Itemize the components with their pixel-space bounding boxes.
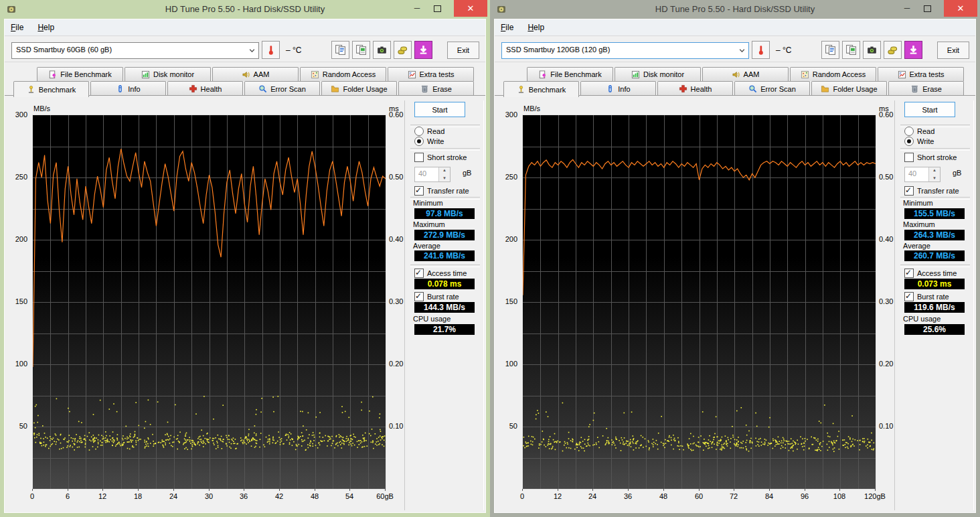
spinner-down-icon[interactable]: ▼ bbox=[929, 175, 940, 181]
spinner-arrows[interactable]: ▲ ▼ bbox=[928, 167, 940, 181]
menu-file[interactable]: File bbox=[5, 19, 29, 32]
maximize-button[interactable] bbox=[428, 3, 446, 15]
transfer-rate-checkbox[interactable] bbox=[414, 186, 424, 196]
temperature-button[interactable] bbox=[262, 41, 280, 59]
camera-icon bbox=[376, 44, 388, 56]
spinner-up-icon[interactable]: ▲ bbox=[439, 167, 450, 173]
capacity-spinner[interactable]: 40 ▲ ▼ bbox=[414, 167, 451, 182]
minimize-button[interactable]: ─ bbox=[898, 3, 916, 15]
menu-help[interactable]: Help bbox=[31, 19, 60, 32]
x-axis-tick: 42 bbox=[264, 492, 294, 500]
screenshot-button[interactable] bbox=[863, 41, 881, 59]
cpu-usage-label: CPU usage bbox=[413, 315, 451, 323]
spinner-arrows[interactable]: ▲ ▼ bbox=[438, 167, 450, 181]
tab-folder-usage[interactable]: Folder Usage bbox=[811, 81, 887, 96]
start-button[interactable]: Start bbox=[414, 102, 465, 117]
access-time-checkbox[interactable] bbox=[414, 269, 424, 278]
tab-label: Disk monitor bbox=[643, 70, 684, 78]
start-button[interactable]: Start bbox=[904, 102, 955, 117]
tab-disk-monitor[interactable]: Disk monitor bbox=[125, 67, 211, 81]
update-button[interactable] bbox=[414, 41, 432, 59]
copy-text-icon bbox=[825, 44, 836, 56]
drive-select[interactable]: SSD Smartbuy 120GB (120 gB) bbox=[501, 42, 749, 59]
spinner-down-icon[interactable]: ▼ bbox=[439, 175, 450, 181]
update-button[interactable] bbox=[904, 41, 922, 59]
screenshot-button[interactable] bbox=[373, 41, 391, 59]
spinner-up-icon[interactable]: ▲ bbox=[929, 167, 940, 173]
tab-benchmark[interactable]: Benchmark bbox=[13, 81, 89, 97]
menu-help[interactable]: Help bbox=[521, 19, 550, 32]
drive-select[interactable]: SSD Smartbuy 60GB (60 gB) bbox=[11, 42, 259, 59]
close-button[interactable]: ✕ bbox=[454, 0, 487, 17]
x-axis-tick: 36 bbox=[229, 492, 258, 500]
tab-label: Health bbox=[201, 85, 222, 93]
burst-rate-checkbox[interactable] bbox=[904, 292, 914, 301]
tab-extra-tests[interactable]: Extra tests bbox=[878, 67, 964, 81]
copy-image-button[interactable] bbox=[352, 41, 370, 59]
exit-button[interactable]: Exit bbox=[447, 42, 479, 59]
burst-rate-checkbox[interactable] bbox=[414, 292, 424, 301]
exit-button[interactable]: Exit bbox=[937, 42, 969, 59]
x-axis-tick: 24 bbox=[159, 492, 188, 500]
maximize-button[interactable] bbox=[918, 3, 936, 15]
x-axis-tick: 54 bbox=[335, 492, 364, 500]
close-button[interactable]: ✕ bbox=[944, 0, 977, 17]
read-radio[interactable] bbox=[904, 127, 914, 136]
extra-tests-icon bbox=[408, 70, 416, 79]
tab-file-benchmark[interactable]: File Benchmark bbox=[527, 67, 613, 81]
tab-health[interactable]: Health bbox=[657, 81, 733, 96]
maximum-label: Maximum bbox=[413, 220, 445, 228]
read-radio[interactable] bbox=[414, 127, 424, 136]
copy-text-button[interactable] bbox=[821, 41, 839, 59]
capacity-spinner[interactable]: 40 ▲ ▼ bbox=[904, 167, 941, 182]
menu-file[interactable]: File bbox=[495, 19, 519, 32]
tab-erase[interactable]: Erase bbox=[888, 81, 964, 96]
tab-info[interactable]: Info bbox=[580, 81, 656, 96]
tab-info[interactable]: Info bbox=[90, 81, 166, 96]
tab-random-access[interactable]: Random Access bbox=[300, 67, 386, 81]
transfer-rate-checkbox[interactable] bbox=[904, 186, 914, 196]
y-axis-tick: 0.50 bbox=[879, 173, 893, 181]
tab-aam[interactable]: AAM bbox=[702, 67, 789, 81]
tab-file-benchmark[interactable]: File Benchmark bbox=[37, 67, 123, 81]
tab-aam[interactable]: AAM bbox=[212, 67, 299, 81]
short-stroke-checkbox[interactable] bbox=[904, 153, 914, 162]
disk-monitor-icon bbox=[141, 70, 150, 79]
write-radio[interactable] bbox=[414, 137, 424, 146]
donate-button[interactable] bbox=[884, 41, 902, 59]
y-axis-tick: 250 bbox=[505, 173, 517, 181]
copy-text-button[interactable] bbox=[331, 41, 349, 59]
copy-image-button[interactable] bbox=[842, 41, 860, 59]
x-axis-tick-mark bbox=[558, 489, 558, 491]
tab-random-access[interactable]: Random Access bbox=[790, 67, 876, 81]
short-stroke-checkbox[interactable] bbox=[414, 153, 424, 162]
maximum-label: Maximum bbox=[903, 220, 935, 228]
tab-disk-monitor[interactable]: Disk monitor bbox=[615, 67, 701, 81]
benchmark-chart bbox=[32, 115, 386, 490]
tab-health[interactable]: Health bbox=[167, 81, 243, 96]
tab-row-top: File BenchmarkDisk monitorAAMRandom Acce… bbox=[527, 67, 965, 81]
tab-error-scan[interactable]: Error Scan bbox=[244, 81, 320, 96]
x-axis-tick: 0 bbox=[17, 492, 47, 500]
aam-icon bbox=[732, 70, 740, 79]
y-axis-tick: 0.20 bbox=[879, 360, 893, 368]
x-axis-tick-mark bbox=[32, 489, 33, 491]
client-area: File Help SSD Smartbuy 120GB (120 gB) – … bbox=[494, 19, 976, 513]
donate-button[interactable] bbox=[394, 41, 412, 59]
tab-folder-usage[interactable]: Folder Usage bbox=[321, 81, 397, 96]
y-axis-tick: 300 bbox=[505, 110, 517, 119]
y-axis-tick: 0.60 bbox=[389, 110, 403, 119]
access-time-checkbox[interactable] bbox=[904, 269, 914, 278]
camera-icon bbox=[866, 44, 878, 56]
tab-benchmark[interactable]: Benchmark bbox=[503, 81, 579, 97]
minimize-button[interactable]: ─ bbox=[408, 3, 426, 15]
write-radio-label: Write bbox=[917, 137, 934, 145]
x-axis-ticks: 01224364860728496108120gB bbox=[522, 489, 878, 504]
write-radio[interactable] bbox=[904, 137, 914, 146]
tab-error-scan[interactable]: Error Scan bbox=[734, 81, 810, 96]
y-axis-tick: 100 bbox=[15, 360, 27, 368]
tab-extra-tests[interactable]: Extra tests bbox=[388, 67, 474, 81]
chart-grid bbox=[523, 115, 876, 489]
tab-erase[interactable]: Erase bbox=[398, 81, 474, 96]
temperature-button[interactable] bbox=[752, 41, 770, 59]
